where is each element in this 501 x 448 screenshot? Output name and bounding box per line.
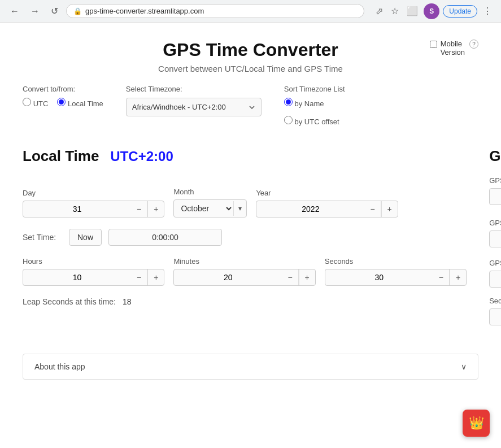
time-fields-row: Hours − + Minutes − +	[23, 257, 467, 286]
local-time-title: Local Time	[23, 147, 99, 165]
update-button[interactable]: Update	[443, 5, 477, 18]
url-text: gps-time-converter.streamlitapp.com	[85, 7, 204, 15]
sort-by-name-radio[interactable]	[284, 98, 293, 106]
minutes-minus-button[interactable]: −	[282, 269, 298, 285]
utc-radio[interactable]	[23, 98, 31, 106]
mobile-version-checkbox[interactable]	[430, 41, 437, 48]
gps-total-seconds-label: GPS Time (total seconds)	[489, 259, 501, 267]
seconds-of-week-label: Seconds of Week	[489, 297, 501, 305]
hours-minus-button[interactable]: −	[131, 269, 147, 285]
utc-radio-option[interactable]: UTC	[23, 98, 48, 108]
seconds-field: Seconds − +	[325, 257, 467, 286]
month-stepper: January February March April May June Ju…	[173, 199, 247, 218]
browser-bar: ← → ↺ 🔒 gps-time-converter.streamlitapp.…	[0, 0, 501, 23]
seconds-of-week-input[interactable]	[490, 309, 501, 325]
gps-week-row: GPS Week − + Weekday ? 1	[489, 216, 501, 247]
hours-input[interactable]	[23, 269, 131, 285]
day-minus-button[interactable]: −	[131, 201, 147, 217]
utc-offset-label: UTC+2:00	[110, 149, 173, 164]
month-select[interactable]: January February March April May June Ju…	[174, 200, 233, 217]
day-plus-button[interactable]: +	[147, 201, 164, 217]
sort-by-utc-option[interactable]: by UTC offset	[284, 116, 345, 126]
gps-day-input[interactable]	[490, 189, 501, 205]
reload-button[interactable]: ↺	[47, 5, 62, 18]
sort-label: Sort Timezone List	[284, 85, 345, 93]
hours-field: Hours − +	[23, 257, 164, 286]
time-input[interactable]	[108, 229, 222, 246]
forward-button[interactable]: →	[27, 5, 43, 18]
convert-label: Convert to/from:	[23, 85, 103, 93]
gps-seconds-row: Seconds of Week − + Seconds of Day − +	[489, 297, 501, 325]
year-stepper: − +	[256, 201, 398, 218]
timezone-control: Select Timezone: Africa/Windhoek - UTC+2…	[126, 85, 262, 116]
minutes-input[interactable]	[174, 269, 282, 285]
gps-week-field: GPS Week − +	[489, 219, 501, 247]
local-time-section: Local Time UTC+2:00 Day − + Month	[23, 147, 467, 337]
set-time-label: Set Time:	[23, 233, 62, 242]
date-fields-row: Day − + Month January February March	[23, 188, 467, 218]
sort-by-utc-radio[interactable]	[284, 116, 293, 124]
minutes-label: Minutes	[173, 257, 315, 266]
local-label: Local Time	[68, 99, 103, 108]
minutes-stepper: − +	[173, 269, 315, 286]
local-radio-option[interactable]: Local Time	[57, 98, 103, 108]
about-section[interactable]: About this app ∨	[23, 354, 478, 380]
page-title: GPS Time Converter	[23, 40, 478, 60]
minutes-plus-button[interactable]: +	[299, 269, 315, 285]
gps-week-input[interactable]	[490, 231, 501, 247]
star-button[interactable]: ☆	[389, 3, 401, 19]
year-plus-button[interactable]: +	[381, 201, 398, 217]
seconds-stepper: − +	[325, 269, 467, 286]
month-field: Month January February March April May J…	[173, 188, 247, 218]
day-input[interactable]	[23, 201, 131, 217]
about-label: About this app	[34, 362, 85, 371]
hours-label: Hours	[23, 257, 164, 266]
page-content: Mobile Version ? GPS Time Converter Conv…	[0, 23, 501, 402]
now-button[interactable]: Now	[69, 229, 102, 246]
page-header: GPS Time Converter Convert between UTC/L…	[23, 40, 478, 73]
utc-label: UTC	[33, 99, 49, 108]
minutes-field: Minutes − +	[173, 257, 315, 286]
seconds-of-week-stepper: − +	[489, 308, 501, 325]
share-button[interactable]: ⬀	[373, 3, 385, 19]
address-bar[interactable]: 🔒 gps-time-converter.streamlitapp.com	[66, 4, 364, 18]
year-input[interactable]	[256, 201, 364, 217]
hours-stepper: − +	[23, 269, 164, 286]
timezone-select[interactable]: Africa/Windhoek - UTC+2:00	[126, 98, 262, 116]
browser-actions: ⬀ ☆ ⬜ S Update ⋮	[373, 3, 494, 19]
avatar-button[interactable]: S	[424, 3, 439, 19]
gps-time-section: GPS Time GPS Day of Year − + GPS Year −	[489, 147, 501, 337]
day-field: Day − +	[23, 189, 164, 218]
more-button[interactable]: ⋮	[481, 3, 494, 19]
leap-label: Leap Seconds at this time:	[23, 297, 116, 306]
seconds-input[interactable]	[325, 269, 433, 285]
back-button[interactable]: ←	[7, 5, 23, 18]
year-minus-button[interactable]: −	[364, 201, 381, 217]
seconds-plus-button[interactable]: +	[450, 269, 466, 285]
year-label: Year	[256, 189, 398, 197]
leap-seconds-row: Leap Seconds at this time: 18	[23, 297, 467, 306]
month-dropdown-arrow[interactable]: ▾	[233, 201, 246, 216]
gps-total-seconds-input[interactable]	[490, 271, 501, 287]
seconds-label: Seconds	[325, 257, 467, 266]
day-stepper: − +	[23, 201, 164, 218]
local-radio[interactable]	[57, 98, 66, 106]
gps-day-field: GPS Day of Year − +	[489, 176, 501, 205]
gps-total-seconds-stepper: − +	[489, 271, 501, 288]
month-label: Month	[173, 188, 247, 196]
timezone-label: Select Timezone:	[126, 85, 262, 93]
sort-group: by Name by UTC offset	[284, 98, 345, 131]
set-time-row: Set Time: Now	[23, 229, 467, 246]
seconds-minus-button[interactable]: −	[433, 269, 450, 285]
tab-button[interactable]: ⬜	[404, 3, 420, 19]
gps-day-label: GPS Day of Year	[489, 176, 501, 185]
hours-plus-button[interactable]: +	[147, 269, 164, 285]
convert-radio-group: UTC Local Time	[23, 98, 103, 112]
page-subtitle: Convert between UTC/Local Time and GPS T…	[23, 64, 478, 73]
mobile-version-label[interactable]: Mobile Version	[441, 40, 465, 56]
controls-row: Convert to/from: UTC Local Time Select T…	[23, 85, 478, 131]
gps-total-seconds-field: GPS Time (total seconds) − +	[489, 259, 501, 288]
sort-by-name-option[interactable]: by Name	[284, 98, 345, 108]
mobile-info-icon[interactable]: ?	[469, 40, 478, 49]
chevron-down-icon: ∨	[461, 362, 467, 371]
